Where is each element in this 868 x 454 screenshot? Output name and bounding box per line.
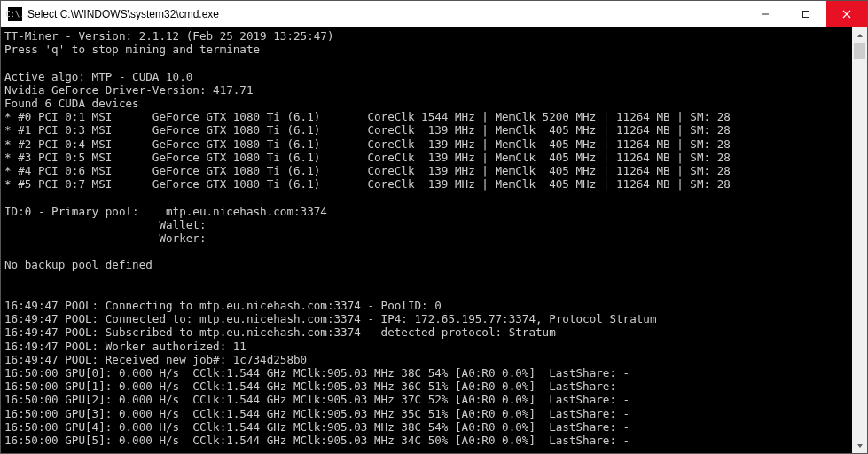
scroll-track[interactable] [852, 43, 867, 438]
scroll-down-arrow-icon[interactable] [852, 438, 867, 453]
close-button[interactable] [826, 1, 867, 27]
titlebar[interactable]: C:\. Select C:\WINDOWS\system32\cmd.exe [1, 1, 867, 27]
cmd-window: C:\. Select C:\WINDOWS\system32\cmd.exe … [0, 0, 868, 454]
maximize-button[interactable] [786, 1, 826, 27]
svg-marker-5 [857, 444, 863, 448]
minimize-button[interactable] [745, 1, 786, 27]
terminal-area: TT-Miner - Version: 2.1.12 (Feb 25 2019 … [1, 27, 867, 453]
scroll-up-arrow-icon[interactable] [852, 27, 867, 43]
svg-rect-1 [803, 11, 809, 17]
window-title: Select C:\WINDOWS\system32\cmd.exe [27, 8, 745, 20]
terminal-output[interactable]: TT-Miner - Version: 2.1.12 (Feb 25 2019 … [1, 27, 852, 453]
cmd-icon: C:\. [8, 7, 22, 21]
scroll-thumb[interactable] [854, 43, 865, 59]
window-controls [745, 1, 867, 27]
vertical-scrollbar[interactable] [852, 27, 867, 453]
svg-marker-4 [857, 34, 863, 37]
